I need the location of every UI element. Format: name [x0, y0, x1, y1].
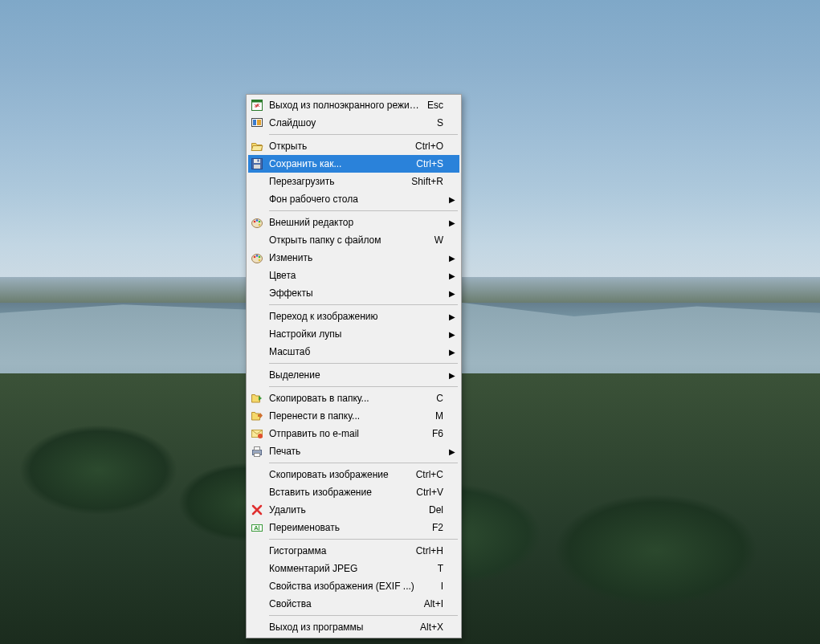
menu-item-печать[interactable]: Печать▶ — [248, 442, 459, 460]
menu-item-настройки-лупы[interactable]: Настройки лупы▶ — [248, 325, 459, 343]
blank-icon — [250, 562, 264, 575]
menu-item-label: Вставить изображение — [264, 487, 410, 498]
menu-item-shortcut: Ctrl+H — [410, 545, 448, 556]
menu-item-label: Переход к изображению — [264, 311, 437, 322]
menu-item-открыть[interactable]: ОткрытьCtrl+O — [248, 137, 459, 155]
menu-item-эффекты[interactable]: Эффекты▶ — [248, 284, 459, 302]
menu-item-гистограмма[interactable]: ГистограммаCtrl+H — [248, 542, 459, 560]
blank-icon — [250, 544, 264, 557]
blank-icon — [250, 234, 264, 247]
menu-separator — [269, 386, 458, 387]
menu-item-label: Перенести в папку... — [264, 410, 429, 422]
menu-separator — [269, 363, 458, 364]
menu-item-shortcut: Ctrl+O — [409, 141, 448, 152]
menu-item-свойства-изображения-exif[interactable]: Свойства изображения (EXIF ...)I — [248, 577, 459, 595]
menu-item-перенести-в-папку[interactable]: Перенести в папку...M — [248, 407, 459, 425]
palette-icon — [250, 216, 264, 229]
svg-rect-7 — [258, 160, 259, 162]
menu-item-свойства[interactable]: СвойстваAlt+I — [248, 595, 459, 613]
blank-icon — [250, 369, 264, 381]
menu-item-label: Отправить по e-mail — [264, 428, 426, 439]
svg-point-16 — [256, 255, 259, 257]
menu-item-label: Комментарий JPEG — [264, 563, 431, 574]
svg-point-18 — [259, 259, 261, 262]
submenu-arrow-icon: ▶ — [448, 218, 456, 227]
menu-item-масштаб[interactable]: Масштаб▶ — [248, 343, 459, 361]
menu-separator — [269, 210, 458, 211]
submenu-arrow-icon: ▶ — [448, 254, 456, 263]
menu-item-label: Свойства — [264, 598, 418, 609]
menu-item-слайдшоу[interactable]: СлайдшоуS — [248, 114, 459, 132]
menu-item-удалить[interactable]: УдалитьDel — [248, 501, 459, 519]
menu-item-label: Скопировать в папку... — [264, 393, 430, 404]
menu-item-выход-из-программы[interactable]: Выход из программыAlt+X — [248, 618, 459, 636]
menu-item-label: Цвета — [264, 270, 437, 281]
submenu-arrow-icon: ▶ — [448, 195, 456, 204]
menu-item-label: Выход из программы — [264, 622, 414, 633]
slideshow-icon — [250, 116, 264, 129]
menu-separator — [269, 539, 458, 540]
menu-item-label: Внешний редактор — [264, 217, 437, 228]
blank-icon — [250, 328, 264, 340]
submenu-arrow-icon: ▶ — [448, 447, 456, 456]
open-icon — [250, 140, 264, 153]
menu-item-выделение[interactable]: Выделение▶ — [248, 366, 459, 384]
menu-item-фон-рабочего-стола[interactable]: Фон рабочего стола▶ — [248, 190, 459, 208]
submenu-arrow-icon: ▶ — [448, 289, 456, 298]
blank-icon — [250, 621, 264, 634]
menu-item-переход-к-изображению[interactable]: Переход к изображению▶ — [248, 308, 459, 325]
menu-item-переименовать[interactable]: AПереименоватьF2 — [248, 519, 459, 536]
menu-item-shortcut: F6 — [426, 428, 448, 439]
blank-icon — [250, 175, 264, 188]
svg-point-15 — [254, 256, 256, 259]
menu-item-label: Свойства изображения (EXIF ...) — [264, 581, 434, 592]
blank-icon — [250, 287, 264, 300]
menu-item-shortcut: Shift+R — [405, 176, 448, 187]
svg-point-10 — [254, 221, 256, 223]
menu-item-перезагрузить[interactable]: ПерезагрузитьShift+R — [248, 173, 459, 190]
menu-item-скопировать-в-папку[interactable]: Скопировать в папку...C — [248, 389, 459, 407]
menu-item-внешний-редактор[interactable]: Внешний редактор▶ — [248, 214, 459, 231]
blank-icon — [250, 345, 264, 358]
menu-item-label: Переименовать — [264, 522, 426, 533]
rename-icon: A — [250, 521, 264, 534]
menu-item-выход-из-полноэкранного-режима[interactable]: Выход из полноэкранного режимаEsc — [248, 96, 459, 114]
svg-rect-3 — [253, 120, 256, 125]
menu-item-открыть-папку-с-файлом[interactable]: Открыть папку с файломW — [248, 231, 459, 249]
svg-rect-22 — [255, 447, 260, 450]
menu-item-shortcut: Ctrl+C — [410, 469, 448, 480]
menu-item-label: Скопировать изображение — [264, 469, 410, 480]
menu-item-изменить[interactable]: Изменить▶ — [248, 249, 459, 267]
menu-separator — [269, 463, 458, 463]
svg-rect-4 — [257, 120, 261, 125]
menu-item-shortcut: Ctrl+V — [410, 487, 448, 498]
print-icon — [250, 445, 264, 458]
fullscreen-exit-icon — [250, 99, 264, 112]
menu-item-отправить-по-e-mail[interactable]: Отправить по e-mailF6 — [248, 425, 459, 442]
submenu-arrow-icon: ▶ — [448, 271, 456, 280]
menu-item-сохранить-как[interactable]: Сохранить как...Ctrl+S — [248, 155, 459, 173]
menu-item-вставить-изображение[interactable]: Вставить изображениеCtrl+V — [248, 483, 459, 501]
menu-item-скопировать-изображение[interactable]: Скопировать изображениеCtrl+C — [248, 466, 459, 483]
menu-separator — [269, 304, 458, 305]
menu-item-label: Перезагрузить — [264, 176, 405, 187]
context-menu[interactable]: Выход из полноэкранного режимаEscСлайдшо… — [246, 94, 462, 638]
menu-item-label: Выделение — [264, 369, 437, 381]
save-icon — [250, 157, 264, 170]
menu-item-label: Настройки лупы — [264, 328, 437, 340]
blank-icon — [250, 310, 264, 323]
menu-item-label: Печать — [264, 446, 437, 457]
submenu-arrow-icon: ▶ — [448, 371, 456, 380]
submenu-arrow-icon: ▶ — [448, 330, 456, 339]
blank-icon — [250, 597, 264, 610]
blank-icon — [250, 580, 264, 593]
menu-item-комментарий-jpeg[interactable]: Комментарий JPEGT — [248, 560, 459, 577]
svg-rect-8 — [254, 165, 260, 169]
menu-item-цвета[interactable]: Цвета▶ — [248, 267, 459, 284]
svg-point-11 — [256, 219, 259, 222]
menu-separator — [269, 615, 458, 616]
email-icon — [250, 427, 264, 440]
blank-icon — [250, 193, 264, 206]
menu-item-shortcut: Alt+I — [418, 598, 448, 609]
menu-item-shortcut: C — [430, 393, 448, 404]
